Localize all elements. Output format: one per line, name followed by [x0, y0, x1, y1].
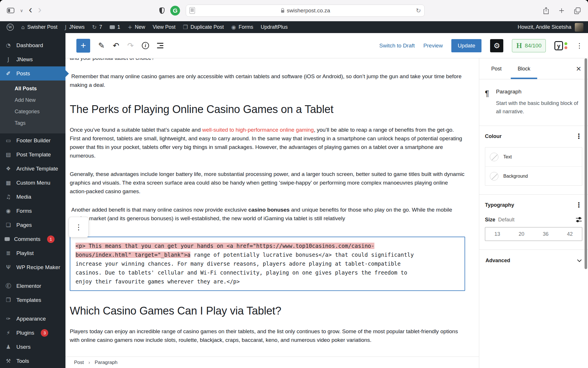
forward-button[interactable]: ›	[38, 5, 41, 15]
sidebar-item-footer-builder[interactable]: ▭Footer Builder	[0, 133, 65, 147]
sidebar-item-archive-template[interactable]: ❖Archive Template	[0, 162, 65, 176]
sidebar-item-elementor[interactable]: ⒺElementor	[0, 279, 65, 293]
admin-bar-item-comments[interactable]: 1	[106, 21, 124, 33]
typography-options-kebab-icon[interactable]: ⋮	[575, 202, 582, 208]
sidebar-item-forms[interactable]: ◉Forms	[0, 204, 65, 218]
admin-bar-item-updraftplus[interactable]: UpdraftPlus	[257, 21, 291, 33]
tab-post[interactable]: Post	[483, 58, 510, 79]
paragraph-another[interactable]: Another added benefit is that many onlin…	[70, 206, 465, 223]
paragraph-perks[interactable]: Once you’ve found a suitable tablet that…	[70, 126, 465, 160]
clipped-paragraph-line[interactable]: and your potential tablet of choice?	[70, 58, 465, 62]
breadcrumb-paragraph[interactable]: Paragraph	[95, 360, 117, 365]
sidebar-item-media[interactable]: ♫Media	[0, 190, 65, 204]
wp-admin-menu: ◔DashboardJJNews✐PostsAll PostsAdd NewCa…	[0, 33, 65, 368]
sidebar-item-categories[interactable]: Categories	[0, 106, 65, 117]
back-button[interactable]: ‹	[29, 5, 32, 15]
sidebar-item-appearance[interactable]: ✑Appearance	[0, 312, 65, 326]
admin-bar-item-duplicate-post[interactable]: ❐Duplicate Post	[179, 21, 227, 33]
seo-score-badge[interactable]: H 84/100	[512, 39, 546, 52]
sidebar-item-plugins[interactable]: ⚡Plugins3	[0, 326, 65, 340]
sidebar-item-comments[interactable]: Comments1	[0, 232, 65, 246]
share-icon[interactable]	[543, 7, 550, 15]
settings-sidebar: Post Block × ¶ Paragraph Start with the …	[479, 58, 588, 368]
admin-bar-item-site-name[interactable]: ⌂Swisher Post	[18, 21, 61, 33]
tab-block[interactable]: Block	[510, 58, 538, 79]
settings-gear-button[interactable]: ⚙	[490, 39, 503, 52]
grammarly-icon[interactable]: G	[170, 6, 180, 16]
sidebar-item-add-new[interactable]: Add New	[0, 94, 65, 106]
reader-view-icon[interactable]	[189, 7, 195, 14]
tab-overview-icon[interactable]	[574, 7, 581, 14]
privacy-shield-icon[interactable]	[159, 7, 165, 14]
heading-perks[interactable]: The Perks of Playing Online Casino Games…	[70, 103, 465, 116]
update-button[interactable]: Update	[451, 39, 481, 52]
font-size-preset-42[interactable]: 42	[558, 227, 582, 241]
yoast-seo-button[interactable]: y	[554, 41, 567, 50]
advanced-section-toggle[interactable]: Advanced	[479, 250, 588, 271]
font-size-value: Default	[498, 217, 514, 223]
font-size-label: Size	[485, 217, 495, 223]
new-tab-icon[interactable]	[558, 7, 565, 14]
sidebar-item-label: Custom Menu	[16, 180, 50, 186]
size-settings-icon[interactable]	[575, 216, 582, 223]
colour-options-kebab-icon[interactable]: ⋮	[575, 133, 582, 140]
font-size-preset-20[interactable]: 20	[509, 227, 533, 241]
sidebar-toggle-icon[interactable]	[7, 8, 14, 13]
redo-icon[interactable]: ↷	[127, 41, 134, 50]
admin-bar-item-forms[interactable]: ◉Forms	[227, 21, 257, 33]
admin-bar-item-updates[interactable]: ↻7	[88, 21, 106, 33]
sidebar-item-playlist[interactable]: ≣Playlist	[0, 246, 65, 260]
admin-bar-item-jnews[interactable]: JJNews	[61, 21, 88, 33]
text-colour-row[interactable]: Text	[485, 147, 582, 166]
user-greeting[interactable]: Howzit, Andile Sicetsha	[518, 24, 571, 30]
tag-icon: ❖	[5, 166, 12, 171]
sidebar-item-jnews[interactable]: JJNews	[0, 52, 65, 66]
preview-button[interactable]: Preview	[423, 43, 443, 49]
sidebar-item-templates[interactable]: ❒Templates	[0, 293, 65, 307]
details-info-icon[interactable]: i	[142, 42, 149, 49]
block-card-title: Paragraph	[496, 89, 582, 95]
options-kebab-icon[interactable]: ⋮	[576, 42, 583, 49]
typography-section-title: Typography	[485, 202, 514, 208]
sidebar-item-label: Tools	[16, 358, 29, 364]
sidebar-item-tools[interactable]: ⚒Tools	[0, 354, 65, 368]
block-inserter-button[interactable]: +	[76, 39, 90, 53]
sidebar-item-dashboard[interactable]: ◔Dashboard	[0, 38, 65, 52]
sidebar-item-wp-recipe-maker[interactable]: ΨWP Recipe Maker	[0, 260, 65, 274]
admin-bar-item-new[interactable]: +New	[124, 21, 149, 33]
breadcrumb-post[interactable]: Post	[74, 360, 84, 365]
sidebar-item-all-posts[interactable]: All Posts	[0, 83, 65, 94]
paragraph-generally[interactable]: Generally, these advantages include long…	[70, 170, 465, 196]
sidebar-item-tags[interactable]: Tags	[0, 117, 65, 129]
heading-which-games[interactable]: Which Casino Games Can I Play via Tablet…	[70, 304, 465, 317]
list-view-icon[interactable]	[157, 43, 163, 48]
font-size-preset-36[interactable]: 36	[534, 227, 558, 241]
address-bar[interactable]: swisherpost.co.za ↻	[186, 5, 425, 17]
edit-tool-icon[interactable]: ✎	[98, 41, 105, 50]
sidebar-item-label: Post Template	[16, 152, 51, 158]
paragraph-remember[interactable]: Remember that many online casino games a…	[70, 72, 465, 89]
toolbar-chevron-down-icon[interactable]: ∨	[20, 8, 23, 13]
background-colour-row[interactable]: Background	[485, 166, 582, 185]
user-avatar[interactable]	[575, 23, 583, 32]
close-sidebar-icon[interactable]: ×	[576, 64, 581, 73]
sidebar-item-pages[interactable]: ❏Pages	[0, 218, 65, 232]
paragraph-players[interactable]: Players today can enjoy an incredible ra…	[70, 327, 465, 344]
browser-toolbar: ∨ ‹ › G swisherpost.co.za ↻	[0, 0, 588, 21]
reload-icon[interactable]: ↻	[416, 7, 421, 14]
code-paragraph-block-selected[interactable]: <p> This means that you can get your han…	[70, 237, 465, 291]
sidebar-item-users[interactable]: ♟Users	[0, 340, 65, 354]
text-colour-label: Text	[503, 154, 512, 160]
switch-to-draft-button[interactable]: Switch to Draft	[379, 43, 415, 49]
undo-icon[interactable]: ↶	[113, 41, 119, 50]
sidebar-item-post-template[interactable]: ▤Post Template	[0, 147, 65, 162]
page-scrollbar[interactable]	[585, 58, 587, 269]
font-size-preset-13[interactable]: 13	[485, 227, 509, 241]
admin-bar-item-view-post[interactable]: View Post	[149, 21, 179, 33]
block-options-popup[interactable]: ⋮	[69, 217, 89, 237]
users-icon: ♟	[5, 344, 12, 350]
admin-bar-item-wp-logo[interactable]: W	[3, 21, 18, 33]
sidebar-item-posts[interactable]: ✐Posts	[0, 66, 65, 80]
sidebar-item-custom-menu[interactable]: ▦Custom Menu	[0, 176, 65, 190]
inline-link[interactable]: well-suited to high-performance online g…	[202, 127, 314, 133]
